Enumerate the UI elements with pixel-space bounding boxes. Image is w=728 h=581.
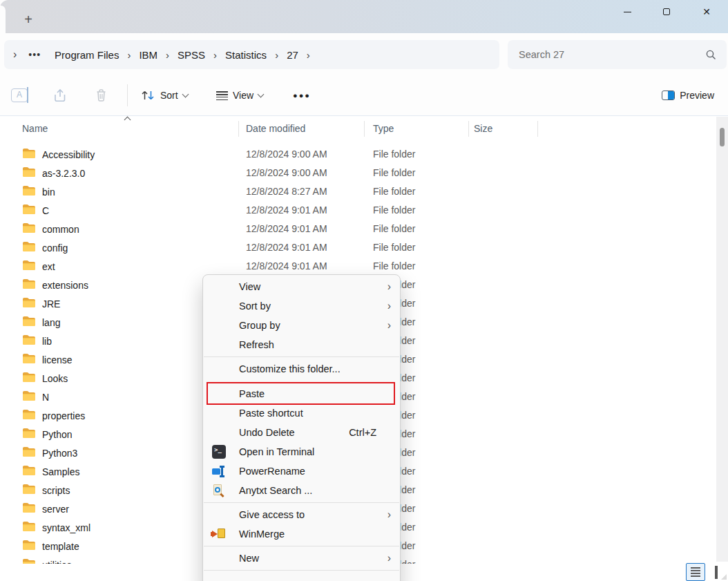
file-row[interactable]: C 12/8/2024 9:01 AM File folder: [0, 201, 716, 220]
menu-item-label: Give access to: [203, 509, 305, 520]
column-divider[interactable]: [468, 121, 469, 137]
folder-icon: [22, 148, 36, 162]
menu-item-customize-this-folder[interactable]: Customize this folder...: [203, 359, 400, 379]
menu-item-open-in-terminal[interactable]: Open in Terminal: [203, 442, 400, 461]
scrollbar-thumb[interactable]: [720, 128, 725, 146]
folder-icon: [22, 558, 36, 564]
file-type: File folder: [373, 220, 415, 238]
menu-item-new[interactable]: New ›: [203, 549, 400, 568]
chevron-down-icon: [258, 91, 265, 97]
breadcrumb-item[interactable]: Statistics: [217, 49, 275, 61]
file-name: JRE: [42, 298, 60, 309]
file-row[interactable]: bin 12/8/2024 8:27 AM File folder: [0, 182, 716, 201]
menu-item-anytxt-search[interactable]: Anytxt Search ...: [203, 481, 400, 500]
file-row[interactable]: ext 12/8/2024 9:01 AM File folder: [0, 257, 716, 276]
folder-icon: [22, 484, 36, 497]
close-button[interactable]: ✕: [691, 0, 722, 23]
folder-icon: [22, 372, 36, 385]
menu-item-group-by[interactable]: Group by ›: [203, 316, 400, 335]
context-menu: View › Sort by › Group by › Refresh Cust…: [202, 274, 401, 581]
menu-item-label: Customize this folder...: [203, 363, 341, 374]
menu-item-paste[interactable]: Paste: [203, 384, 400, 403]
column-header-type[interactable]: Type: [373, 123, 394, 134]
anytxt-search-icon: [212, 484, 226, 497]
file-name: template: [42, 541, 79, 552]
search-input[interactable]: Search 27: [508, 49, 705, 60]
menu-item-winmerge[interactable]: WinMerge: [203, 524, 400, 544]
breadcrumb-overflow-button[interactable]: •••: [28, 49, 41, 60]
column-divider[interactable]: [537, 121, 538, 137]
file-date-modified: 12/8/2024 8:27 AM: [246, 182, 327, 201]
folder-icon: [22, 241, 36, 255]
file-name: utilities: [42, 560, 72, 564]
file-date-modified: 12/8/2024 9:01 AM: [246, 220, 327, 238]
resize-gripper-icon[interactable]: [721, 574, 727, 580]
folder-icon: [22, 334, 36, 348]
column-divider[interactable]: [238, 121, 239, 137]
file-row[interactable]: common 12/8/2024 9:01 AM File folder: [0, 220, 716, 238]
file-row[interactable]: config 12/8/2024 9:01 AM File folder: [0, 238, 716, 257]
menu-item-view[interactable]: View ›: [203, 277, 400, 296]
breadcrumb-chevron-icon[interactable]: ›: [13, 48, 17, 61]
sort-button[interactable]: Sort: [140, 88, 188, 102]
file-name: C: [42, 205, 49, 216]
menu-item-paste-shortcut[interactable]: Paste shortcut: [203, 403, 400, 423]
folder-icon: [22, 540, 36, 553]
terminal-icon: [212, 445, 226, 459]
folder-icon: [22, 502, 36, 516]
maximize-button[interactable]: [651, 0, 682, 23]
new-tab-button[interactable]: +: [19, 10, 37, 28]
details-view-button[interactable]: [686, 563, 705, 581]
more-options-button[interactable]: ●●●: [293, 91, 311, 99]
search-box[interactable]: Search 27: [508, 40, 727, 69]
breadcrumb-item[interactable]: 27: [278, 49, 307, 61]
large-icons-view-icon: [715, 566, 718, 579]
breadcrumb-item[interactable]: IBM: [131, 49, 166, 61]
file-name: lang: [42, 317, 60, 328]
minimize-button[interactable]: [611, 0, 643, 23]
column-divider[interactable]: [364, 121, 365, 137]
menu-item-label: Sort by: [203, 301, 271, 312]
breadcrumb-chevron-icon: ›: [307, 49, 310, 61]
view-button[interactable]: View: [216, 90, 263, 101]
folder-icon: [22, 222, 36, 236]
menu-item-powerrename[interactable]: PowerRename: [203, 461, 400, 481]
trash-icon: [94, 88, 108, 103]
column-header-name[interactable]: Name: [22, 123, 48, 134]
folder-icon: [22, 166, 36, 180]
view-icon: [216, 91, 228, 100]
column-header-size[interactable]: Size: [474, 123, 492, 134]
search-icon[interactable]: [705, 49, 717, 61]
share-button[interactable]: [52, 88, 68, 103]
toolbar: A Sort View ●●● Preview: [0, 76, 728, 115]
file-explorer-window: + ✕ › ••• Program Files › IBM › SPSS › S…: [0, 0, 728, 581]
menu-item-sort-by[interactable]: Sort by ›: [203, 296, 400, 316]
breadcrumb-item[interactable]: Program Files: [46, 49, 127, 61]
details-view-icon: [691, 567, 700, 577]
share-icon: [52, 88, 68, 103]
vertical-scrollbar[interactable]: [716, 117, 728, 562]
delete-button[interactable]: [94, 88, 108, 103]
file-date-modified: 12/8/2024 9:00 AM: [246, 164, 327, 182]
folder-icon: [22, 521, 36, 535]
menu-item-give-access-to[interactable]: Give access to ›: [203, 505, 400, 524]
column-header-date-modified[interactable]: Date modified: [246, 123, 305, 134]
menu-item-label: Paste shortcut: [203, 408, 303, 419]
file-row[interactable]: as-3.2.3.0 12/8/2024 9:00 AM File folder: [0, 164, 716, 182]
file-type: File folder: [373, 238, 415, 257]
sort-icon: [140, 88, 155, 102]
folder-icon: [22, 428, 36, 441]
rename-button[interactable]: A: [11, 88, 28, 102]
file-name: server: [42, 504, 69, 515]
file-type: File folder: [373, 257, 415, 276]
menu-item-undo-delete[interactable]: Undo Delete Ctrl+Z: [203, 423, 400, 442]
address-bar[interactable]: › ••• Program Files › IBM › SPSS › Stati…: [4, 40, 499, 69]
minimize-icon: [624, 12, 631, 12]
file-row[interactable]: Accessibility 12/8/2024 9:00 AM File fol…: [0, 145, 716, 164]
chevron-down-icon: [182, 91, 189, 97]
menu-item-refresh[interactable]: Refresh: [203, 335, 400, 354]
breadcrumb-item[interactable]: SPSS: [169, 49, 213, 61]
column-headers: Name Date modified Type Size: [0, 116, 716, 141]
menu-item-label: New: [203, 553, 259, 564]
preview-button[interactable]: Preview: [662, 90, 714, 101]
